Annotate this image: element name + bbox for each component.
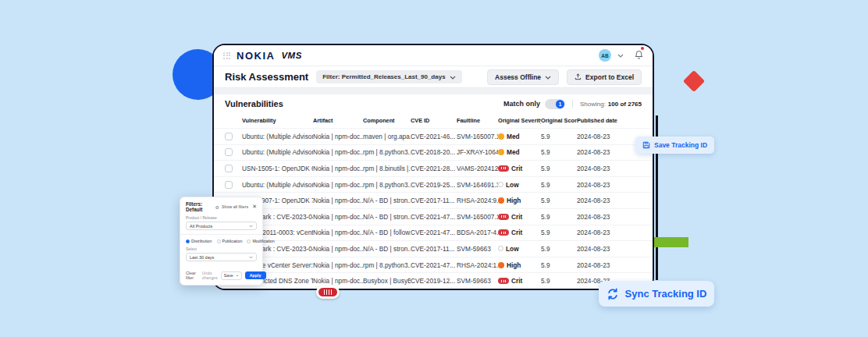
cell-original-severity: Crit bbox=[498, 213, 541, 221]
product-name: VMS bbox=[281, 51, 301, 60]
show-all-filters-link[interactable]: Show all filters bbox=[222, 204, 248, 209]
cell-original-score: 5.9 bbox=[541, 213, 577, 221]
date-type-radio-group: DistributionPublicationModification bbox=[186, 239, 257, 243]
radio-modification[interactable]: Modification bbox=[247, 239, 274, 243]
sync-tracking-id-button[interactable]: Sync Tracking ID bbox=[599, 281, 714, 307]
table-row[interactable]: Wireshark : CVE-2023-0411...Nokia | npm-… bbox=[214, 240, 653, 257]
undo-changes-link[interactable]: Undo changes bbox=[202, 271, 218, 280]
range-field-label: Select bbox=[186, 247, 257, 251]
table-row[interactable]: Wireshark : CVE-2023-0412...Nokia | npm-… bbox=[214, 208, 653, 225]
showing-value: 100 of 2765 bbox=[608, 101, 642, 108]
cell-published-date: 2024-08-23 bbox=[577, 165, 642, 172]
table-row[interactable]: Ubuntu: (Multiple Advisories...Nokia | n… bbox=[214, 176, 653, 193]
severity-crit-icon bbox=[498, 165, 509, 172]
table-row[interactable]: VMware vCenter Server: CVE...Nokia | npm… bbox=[214, 257, 653, 273]
chevron-down-icon bbox=[249, 255, 253, 259]
cell-cve-id: CVE-2021-46... bbox=[411, 133, 457, 140]
severity-label: Low bbox=[506, 245, 519, 253]
export-to-excel-button[interactable]: Export to Excel bbox=[567, 69, 642, 85]
product-select[interactable]: All Products bbox=[186, 222, 257, 230]
cell-faultline: RHSA-2024:1... bbox=[457, 261, 498, 269]
sync-tracking-id-label: Sync Tracking ID bbox=[625, 288, 707, 300]
vulnerabilities-header: Vulnerabilities Match only 1 Showing:100… bbox=[214, 94, 653, 113]
row-checkbox[interactable] bbox=[225, 133, 233, 140]
cell-published-date: 2024-08-23 bbox=[577, 213, 642, 221]
user-avatar[interactable]: AB bbox=[599, 49, 611, 62]
cell-faultline: BDSA-2017-4... bbox=[457, 229, 498, 236]
column-vulnerability[interactable]: Vulnerability bbox=[242, 117, 313, 124]
cell-faultline: SVM-59663 bbox=[457, 277, 498, 285]
table-row[interactable]: USN-1907-1: OpenJDK 7 vul...Nokia | npm-… bbox=[214, 192, 653, 208]
cell-original-severity: Med bbox=[498, 148, 541, 156]
column-faultline[interactable]: Faultline bbox=[457, 117, 498, 124]
clear-filter-link[interactable]: Clear filter bbox=[186, 271, 196, 280]
row-checkbox[interactable] bbox=[225, 181, 233, 189]
filter-chip-label: Filter: Permitted_Releases_Last_90_days bbox=[322, 73, 445, 80]
column-component[interactable]: Component bbox=[363, 117, 411, 124]
gear-icon[interactable]: ⚙ bbox=[215, 204, 219, 210]
panel-divider bbox=[180, 234, 262, 235]
cell-cve-id: CVE-2021-47... bbox=[411, 229, 457, 236]
cell-artifact: Nokia | npm-doc... bbox=[313, 181, 363, 189]
cell-faultline: SVM-165007.1 bbox=[457, 133, 498, 140]
cell-original-severity: Crit bbox=[498, 277, 541, 285]
cell-artifact: Nokia | npm-doc... bbox=[313, 133, 363, 140]
column-artifact[interactable]: Artifact bbox=[313, 117, 363, 124]
radio-distribution[interactable]: Distribution bbox=[186, 239, 212, 243]
row-checkbox[interactable] bbox=[225, 165, 233, 172]
range-select-value: Last 30 days bbox=[190, 255, 214, 260]
close-icon[interactable]: ✕ bbox=[252, 204, 257, 210]
cell-cve-id: CVE-2019-25... bbox=[411, 181, 457, 189]
cell-cve-id: CVE-2021-47... bbox=[411, 213, 457, 221]
table-row[interactable]: Ubuntu: (Multiple Advisories...Nokia | n… bbox=[214, 144, 653, 161]
radio-publication[interactable]: Publication bbox=[217, 239, 243, 243]
table-row[interactable]: VMSA-2011-0003: vCenter...Nokia | npm-do… bbox=[214, 225, 653, 241]
drag-handle-icon[interactable] bbox=[316, 286, 340, 299]
cell-published-date: 2024-08-23 bbox=[577, 229, 642, 236]
save-filter-label: Save bbox=[224, 273, 233, 278]
severity-label: Crit bbox=[511, 165, 522, 172]
cell-component: N/A - BD | stron... bbox=[363, 245, 411, 253]
match-only-label: Match only bbox=[503, 100, 540, 108]
row-checkbox-cell bbox=[225, 165, 242, 172]
column-published-date[interactable]: Published date bbox=[577, 117, 642, 124]
severity-label: Med bbox=[507, 133, 520, 140]
table-header-row: Vulnerability Artifact Component CVE ID … bbox=[214, 113, 653, 128]
severity-label: Crit bbox=[511, 277, 522, 285]
severity-crit-icon bbox=[498, 278, 509, 284]
vertical-divider bbox=[572, 99, 573, 108]
app-window: NOKIA VMS AB Risk Assessment Filter: Per… bbox=[212, 44, 654, 290]
assess-offline-button[interactable]: Assess Offline bbox=[487, 69, 559, 85]
table-body: Ubuntu: (Multiple Advisories...Nokia | n… bbox=[214, 128, 653, 289]
toggle-knob: 1 bbox=[556, 100, 564, 108]
cell-artifact: Nokia | npm-doc... bbox=[313, 277, 363, 285]
app-launcher-icon[interactable] bbox=[223, 52, 230, 59]
cell-component: N/A - BD | stron... bbox=[363, 197, 411, 204]
column-original-score[interactable]: Original Score bbox=[541, 117, 577, 124]
radio-icon bbox=[217, 239, 221, 243]
table-row[interactable]: Ubuntu: (Multiple Advisories...Nokia | n… bbox=[214, 128, 653, 144]
section-title: Vulnerabilities bbox=[225, 99, 283, 108]
notifications-button[interactable] bbox=[635, 48, 643, 62]
table-row[interactable]: USN-1505-1: OpenJDK 6 vul...Nokia | npm-… bbox=[214, 160, 653, 176]
cell-original-severity: Crit bbox=[498, 229, 541, 236]
cell-cve-id: CVE-2018-20... bbox=[411, 148, 457, 156]
match-only-toggle[interactable]: 1 bbox=[545, 99, 565, 109]
column-cve-id[interactable]: CVE ID bbox=[411, 117, 457, 124]
row-checkbox[interactable] bbox=[225, 148, 233, 156]
cell-artifact: Nokia | npm-doc... bbox=[313, 245, 363, 253]
apply-filter-button[interactable]: Apply bbox=[245, 271, 266, 279]
save-tracking-id-button[interactable]: Save Tracking ID bbox=[635, 137, 714, 154]
chevron-down-icon[interactable] bbox=[617, 52, 624, 59]
cell-original-severity: High bbox=[498, 261, 541, 269]
chevron-down-icon bbox=[236, 274, 239, 277]
chevron-down-icon bbox=[450, 74, 456, 80]
filter-chip[interactable]: Filter: Permitted_Releases_Last_90_days bbox=[316, 70, 461, 83]
cell-cve-id: CVE-2021-28... bbox=[411, 165, 457, 172]
desktop-background: NOKIA VMS AB Risk Assessment Filter: Per… bbox=[0, 0, 868, 337]
save-filter-button[interactable]: Save bbox=[221, 271, 242, 280]
cell-original-severity: Crit bbox=[498, 165, 541, 172]
range-select[interactable]: Last 30 days bbox=[186, 253, 257, 261]
column-original-severity[interactable]: Original Severity bbox=[498, 117, 541, 124]
table-row[interactable]: Unrestricted DNS Zone Tran...Nokia | npm… bbox=[214, 272, 653, 289]
